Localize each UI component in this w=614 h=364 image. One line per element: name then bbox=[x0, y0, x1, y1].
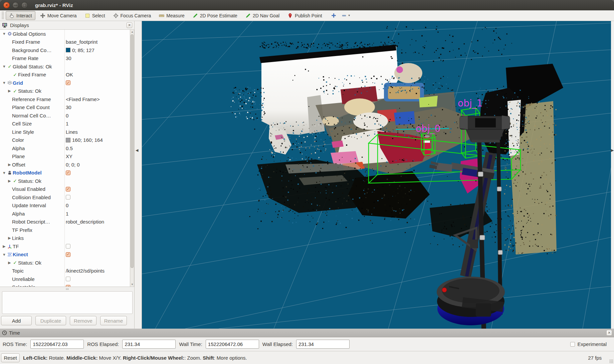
display-row-links[interactable]: ▶Links bbox=[0, 234, 130, 243]
toolbar-drag-handle-icon[interactable] bbox=[2, 12, 4, 20]
display-row-visual-enabled[interactable]: Visual Enabled✓ bbox=[0, 185, 130, 194]
display-row-frame-rate[interactable]: Frame Rate30 bbox=[0, 54, 130, 63]
displays-close-icon[interactable]: ✕ bbox=[127, 22, 132, 28]
duplicate-button[interactable]: Duplicate bbox=[35, 316, 66, 325]
expand-open-icon[interactable]: ▼ bbox=[2, 64, 7, 68]
property-value[interactable]: ✓ bbox=[66, 283, 70, 287]
display-row-tf[interactable]: ▶TF bbox=[0, 242, 130, 251]
display-row-collision-enabled[interactable]: Collision Enabled bbox=[0, 193, 130, 202]
scroll-up-icon[interactable]: ▲ bbox=[130, 30, 134, 34]
display-row-offset[interactable]: ▶Offset0; 0; 0 bbox=[0, 160, 130, 169]
resize-grip[interactable] bbox=[609, 359, 613, 363]
render-viewport[interactable]: obj_0 obj_1 bbox=[142, 21, 611, 329]
tree-vertical-scrollbar[interactable]: ▲ ▼ bbox=[130, 29, 134, 287]
rename-button[interactable]: Rename bbox=[100, 316, 127, 325]
checkbox-checked-icon[interactable]: ✓ bbox=[66, 80, 70, 85]
display-row-plane-cell-count[interactable]: Plane Cell Count30 bbox=[0, 103, 130, 112]
display-row-robot-descript-[interactable]: Robot Descript…robot_description bbox=[0, 218, 130, 226]
property-value[interactable]: ✓ bbox=[66, 169, 70, 177]
tool-button-2d-nav-goal[interactable]: 2D Nav Goal bbox=[242, 11, 283, 20]
titlebar[interactable]: ✕ — ▢ grab.rviz* - RViz bbox=[0, 0, 614, 10]
checkbox-checked-icon[interactable]: ✓ bbox=[66, 187, 70, 192]
time-field-input[interactable]: 1522206472.03 bbox=[30, 340, 84, 349]
add-button[interactable]: Add bbox=[1, 316, 32, 325]
checkbox-unchecked-icon[interactable] bbox=[66, 195, 70, 200]
property-value[interactable]: Lines bbox=[66, 128, 78, 136]
expand-closed-icon[interactable]: ▶ bbox=[7, 236, 12, 240]
property-value[interactable]: /kinect2/sd/points bbox=[66, 267, 105, 275]
tool-button-interact[interactable]: Interact bbox=[6, 11, 35, 20]
experimental-checkbox[interactable] bbox=[570, 342, 575, 347]
display-row-cell-size[interactable]: Cell Size1 bbox=[0, 120, 130, 128]
minimize-window-icon[interactable]: — bbox=[12, 2, 19, 8]
checkbox-checked-icon[interactable]: ✓ bbox=[66, 285, 70, 287]
display-row-reference-frame[interactable]: Reference Frame<Fixed Frame> bbox=[0, 95, 130, 103]
display-row-line-style[interactable]: Line StyleLines bbox=[0, 128, 130, 136]
color-swatch[interactable] bbox=[66, 48, 70, 52]
property-value[interactable] bbox=[66, 242, 70, 251]
scrollbar-thumb[interactable] bbox=[131, 34, 134, 268]
display-row-background-co-[interactable]: Background Co…0; 85; 127 bbox=[0, 46, 130, 54]
property-value[interactable]: 1 bbox=[66, 120, 68, 128]
checkbox-checked-icon[interactable]: ✓ bbox=[66, 170, 70, 175]
expand-closed-icon[interactable]: ▶ bbox=[7, 261, 12, 265]
display-row-plane[interactable]: PlaneXY bbox=[0, 152, 130, 161]
display-row-alpha[interactable]: Alpha0.5 bbox=[0, 144, 130, 152]
property-value[interactable]: 0; 85; 127 bbox=[66, 46, 94, 54]
property-value[interactable]: 30 bbox=[66, 54, 71, 63]
display-row-status-ok[interactable]: ▶✓Status: Ok bbox=[0, 87, 130, 95]
reset-button[interactable]: Reset bbox=[1, 353, 20, 362]
display-row-color[interactable]: Color160; 160; 164 bbox=[0, 136, 130, 144]
display-row-robotmodel[interactable]: ▼RobotModel✓ bbox=[0, 169, 130, 177]
expand-closed-icon[interactable]: ▶ bbox=[7, 162, 12, 167]
property-value[interactable] bbox=[66, 193, 70, 202]
checkbox-unchecked-icon[interactable] bbox=[66, 277, 70, 281]
display-row-tf-prefix[interactable]: TF Prefix bbox=[0, 226, 130, 234]
display-row-normal-cell-co-[interactable]: Normal Cell Co…0 bbox=[0, 111, 130, 120]
color-swatch[interactable] bbox=[66, 138, 70, 142]
property-value[interactable]: 30 bbox=[66, 103, 71, 112]
panel-splitter-handle[interactable] bbox=[0, 288, 135, 291]
property-value[interactable]: ✓ bbox=[66, 79, 70, 87]
property-value[interactable]: XY bbox=[66, 152, 72, 161]
expand-open-icon[interactable]: ▼ bbox=[2, 81, 7, 85]
close-window-icon[interactable]: ✕ bbox=[3, 2, 10, 8]
property-value[interactable]: 1 bbox=[66, 210, 68, 218]
display-row-status-ok[interactable]: ▶✓Status: Ok bbox=[0, 259, 130, 267]
property-value[interactable]: <Fixed Frame> bbox=[66, 95, 100, 103]
checkbox-unchecked-icon[interactable] bbox=[66, 244, 70, 249]
display-row-alpha[interactable]: Alpha1 bbox=[0, 210, 130, 218]
remove-button[interactable]: Remove bbox=[70, 316, 96, 325]
checkbox-checked-icon[interactable]: ✓ bbox=[66, 252, 70, 257]
panel-resize-splitter[interactable]: ◀ bbox=[135, 21, 142, 329]
tool-button-measure[interactable]: Measure bbox=[156, 11, 188, 20]
display-row-unreliable[interactable]: Unreliable bbox=[0, 275, 130, 283]
time-field-input[interactable]: 1522206472.06 bbox=[206, 340, 259, 349]
remove-tool-button[interactable]: ▼ bbox=[341, 13, 351, 18]
expand-closed-icon[interactable]: ▶ bbox=[7, 179, 12, 183]
property-value[interactable]: ✓ bbox=[66, 185, 70, 194]
property-value[interactable]: robot_description bbox=[66, 218, 104, 226]
tool-button-publish-point[interactable]: Publish Point bbox=[284, 11, 326, 20]
property-value[interactable]: 0.5 bbox=[66, 144, 73, 152]
tool-button-2d-pose-estimate[interactable]: 2D Pose Estimate bbox=[189, 11, 241, 20]
display-row-fixed-frame[interactable]: Fixed Framebase_footprint bbox=[0, 38, 130, 46]
display-row-global-options[interactable]: ▼Global Options bbox=[0, 30, 130, 38]
displays-panel-header[interactable]: Displays ✕ bbox=[0, 21, 134, 29]
time-field-input[interactable]: 231.34 bbox=[122, 340, 176, 349]
display-row-status-ok[interactable]: ▶✓Status: Ok bbox=[0, 177, 130, 185]
add-tool-button[interactable] bbox=[331, 13, 337, 18]
expand-open-icon[interactable]: ▼ bbox=[2, 171, 7, 175]
display-row-selectable[interactable]: Selectable✓ bbox=[0, 283, 130, 287]
display-row-global-status-ok[interactable]: ▼✓Global Status: Ok bbox=[0, 62, 130, 71]
tool-button-select[interactable]: Select bbox=[81, 11, 109, 20]
display-row-grid[interactable]: ▼Grid✓ bbox=[0, 79, 130, 87]
property-value[interactable]: base_footprint bbox=[66, 38, 97, 46]
collapse-right-icon[interactable]: ▶ bbox=[611, 148, 614, 152]
property-value[interactable]: OK bbox=[66, 71, 73, 79]
tool-button-move-camera[interactable]: Move Camera bbox=[37, 11, 80, 20]
collapse-left-icon[interactable]: ◀ bbox=[136, 148, 138, 152]
property-value[interactable]: 160; 160; 164 bbox=[66, 136, 103, 144]
time-field-input[interactable]: 231.34 bbox=[296, 340, 350, 349]
tool-button-focus-camera[interactable]: Focus Camera bbox=[110, 11, 155, 20]
